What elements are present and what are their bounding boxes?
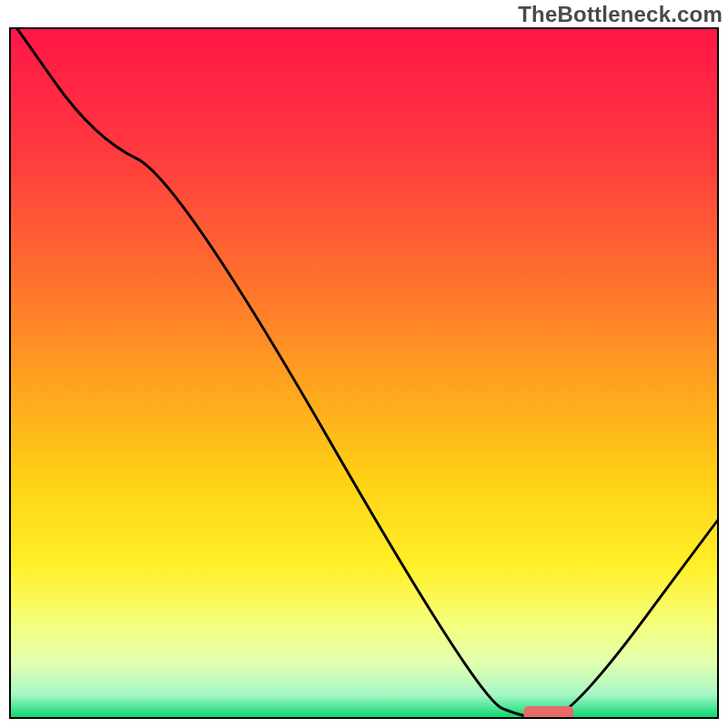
minimum-marker	[524, 706, 574, 719]
chart-svg	[9, 27, 719, 719]
watermark-text: TheBottleneck.com	[518, 2, 723, 27]
chart-area	[9, 27, 719, 719]
gradient-background	[9, 27, 719, 719]
